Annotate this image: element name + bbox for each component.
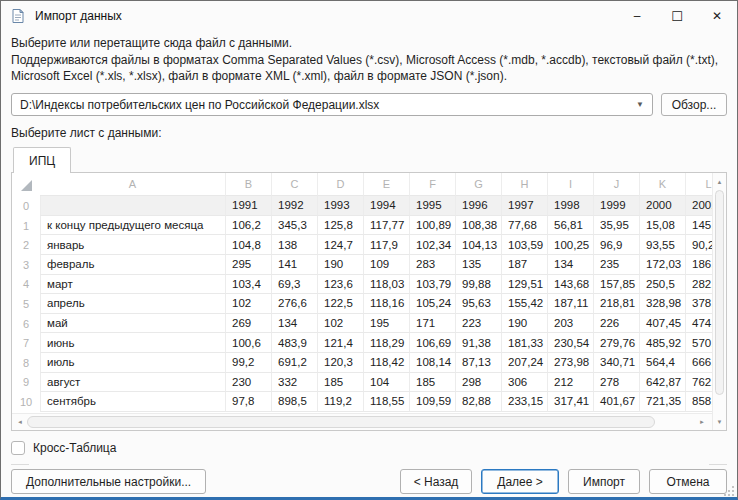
row-header-1[interactable]: 1 (12, 216, 40, 236)
cell[interactable]: 1993 (318, 196, 364, 216)
cell[interactable]: 138 (272, 235, 318, 255)
cell[interactable]: 103,79 (410, 275, 456, 295)
cell[interactable]: 691,2 (272, 353, 318, 373)
cell[interactable]: июнь (40, 333, 226, 353)
cell[interactable]: апрель (40, 294, 226, 314)
cell[interactable]: 93,55 (640, 235, 686, 255)
cell[interactable]: 99,2 (226, 353, 272, 373)
cell[interactable]: 230 (226, 373, 272, 393)
minimize-icon[interactable]: – (617, 1, 657, 31)
cell[interactable]: 185 (318, 373, 364, 393)
cell[interactable]: 134 (548, 255, 594, 275)
cell[interactable]: 118,29 (364, 333, 410, 353)
cell[interactable]: 129,51 (502, 275, 548, 295)
cell[interactable]: 171 (410, 314, 456, 334)
cell[interactable]: 157,85 (594, 275, 640, 295)
cell[interactable]: сентябрь (40, 392, 226, 412)
cell[interactable]: 95,63 (456, 294, 502, 314)
back-button[interactable]: < Назад (400, 469, 472, 494)
cell[interactable]: 91,38 (456, 333, 502, 353)
tab-ipc[interactable]: ИПЦ (13, 147, 71, 173)
cell[interactable]: 279,76 (594, 333, 640, 353)
advanced-settings-button[interactable]: Дополнительные настройки... (11, 469, 206, 494)
cell[interactable]: 103,59 (502, 235, 548, 255)
cell[interactable]: 317,41 (548, 392, 594, 412)
column-header-C[interactable]: C (272, 173, 318, 196)
row-header-8[interactable]: 8 (12, 353, 40, 373)
cell[interactable]: 203 (548, 314, 594, 334)
chevron-down-icon[interactable]: ▼ (630, 100, 644, 109)
cell[interactable]: 185 (410, 373, 456, 393)
cell[interactable]: 100,25 (548, 235, 594, 255)
cell[interactable]: 1998 (548, 196, 594, 216)
cell[interactable]: май (40, 314, 226, 334)
cell[interactable]: 102 (318, 314, 364, 334)
import-button[interactable]: Импорт (568, 469, 640, 494)
cell[interactable]: 223 (456, 314, 502, 334)
row-header-4[interactable]: 4 (12, 275, 40, 295)
cell[interactable]: 1997 (502, 196, 548, 216)
column-header-J[interactable]: J (594, 173, 640, 196)
cell[interactable]: 123,6 (318, 275, 364, 295)
cell[interactable]: 102,34 (410, 235, 456, 255)
scroll-right-icon[interactable]: ► (695, 414, 709, 430)
next-button[interactable]: Далее > (481, 469, 559, 494)
row-header-7[interactable]: 7 (12, 333, 40, 353)
cell[interactable]: 721,35 (640, 392, 686, 412)
cell[interactable]: 1994 (364, 196, 410, 216)
cell[interactable]: 187,11 (548, 294, 594, 314)
cell[interactable]: 340,71 (594, 353, 640, 373)
cell[interactable]: 328,98 (640, 294, 686, 314)
cell[interactable]: 105,24 (410, 294, 456, 314)
cell[interactable]: 97,8 (226, 392, 272, 412)
cell[interactable]: 96,9 (594, 235, 640, 255)
scroll-down-icon[interactable]: ▼ (713, 414, 726, 429)
cell[interactable]: 102 (226, 294, 272, 314)
cross-table-checkbox[interactable] (11, 441, 25, 455)
scroll-up-icon[interactable]: ▲ (713, 174, 726, 189)
cell[interactable]: 108,38 (456, 216, 502, 236)
cell[interactable]: 143,68 (548, 275, 594, 295)
cell[interactable]: 195 (364, 314, 410, 334)
cell[interactable]: 120,3 (318, 353, 364, 373)
cancel-button[interactable]: Отмена (649, 469, 727, 494)
cell[interactable]: август (40, 373, 226, 393)
cell[interactable]: 108,14 (410, 353, 456, 373)
cell[interactable]: 485,92 (640, 333, 686, 353)
row-header-5[interactable]: 5 (12, 294, 40, 314)
row-header-0[interactable]: 0 (12, 196, 40, 216)
column-header-H[interactable]: H (502, 173, 548, 196)
cell[interactable]: 118,16 (364, 294, 410, 314)
cell[interactable]: 295 (226, 255, 272, 275)
cell[interactable]: 134 (272, 314, 318, 334)
cell[interactable] (40, 196, 226, 216)
column-header-D[interactable]: D (318, 173, 364, 196)
cell[interactable]: 135 (456, 255, 502, 275)
cell[interactable]: 218,81 (594, 294, 640, 314)
vertical-scrollbar[interactable]: ▲ ▼ (712, 173, 726, 430)
row-header-9[interactable]: 9 (12, 373, 40, 393)
column-header-I[interactable]: I (548, 173, 594, 196)
file-path-combobox[interactable]: D:\Индексы потребительских цен по Россий… (11, 93, 653, 116)
scroll-left-icon[interactable]: ◄ (13, 414, 27, 430)
cell[interactable]: 273,98 (548, 353, 594, 373)
column-header-E[interactable]: E (364, 173, 410, 196)
cell[interactable]: 122,5 (318, 294, 364, 314)
cell[interactable]: 190 (318, 255, 364, 275)
cell[interactable]: 1992 (272, 196, 318, 216)
cell[interactable]: 2000 (640, 196, 686, 216)
cell[interactable]: 118,03 (364, 275, 410, 295)
cell[interactable]: июль (40, 353, 226, 373)
row-header-10[interactable]: 10 (12, 392, 40, 412)
cell[interactable]: февраль (40, 255, 226, 275)
cell[interactable]: 306 (502, 373, 548, 393)
cell[interactable]: 278 (594, 373, 640, 393)
row-header-6[interactable]: 6 (12, 314, 40, 334)
cell[interactable]: 77,68 (502, 216, 548, 236)
cell[interactable]: 898,5 (272, 392, 318, 412)
cell[interactable]: 332 (272, 373, 318, 393)
cell[interactable]: 87,13 (456, 353, 502, 373)
cell[interactable]: 181,33 (502, 333, 548, 353)
column-header-G[interactable]: G (456, 173, 502, 196)
cell[interactable]: 56,81 (548, 216, 594, 236)
